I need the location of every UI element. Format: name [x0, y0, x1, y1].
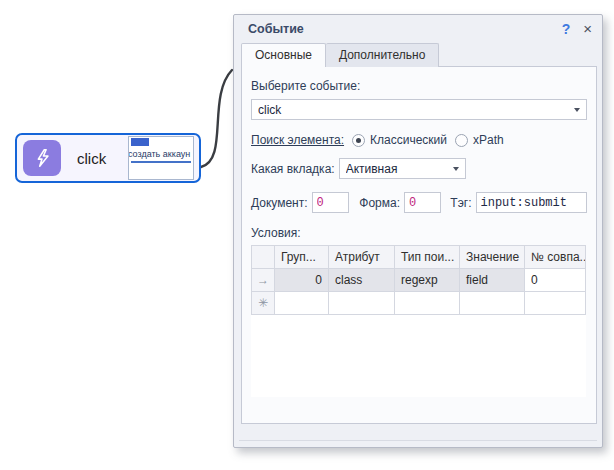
column-header-search-type[interactable]: Тип пои...: [395, 245, 460, 269]
event-node[interactable]: click создать аккаун: [15, 133, 201, 183]
cell-value[interactable]: field: [460, 269, 525, 292]
cell-match-number[interactable]: 0: [525, 269, 586, 292]
thumbnail-highlight-chip: [131, 138, 149, 146]
event-dialog: Событие ? × Основные Дополнительно Выбер…: [233, 14, 603, 448]
conditions-grid: Груп... Атрибут Тип пои... Значение № со…: [251, 245, 586, 397]
row-selector-current[interactable]: →: [251, 269, 275, 292]
chevron-down-icon: [574, 108, 580, 112]
tab-additional[interactable]: Дополнительно: [326, 43, 439, 67]
dialog-title: Событие: [248, 22, 549, 36]
radio-selected-icon: [352, 134, 365, 147]
radio-xpath[interactable]: xPath: [455, 133, 504, 147]
cell-attribute[interactable]: class: [329, 269, 395, 292]
row-selector-new[interactable]: ✳: [251, 292, 275, 315]
document-label: Документ:: [251, 196, 308, 210]
cell-search-type[interactable]: regexp: [395, 269, 460, 292]
cell-empty[interactable]: [275, 292, 329, 315]
which-tab-select[interactable]: Активная: [339, 158, 466, 179]
cell-group[interactable]: 0: [275, 269, 329, 292]
workflow-canvas: click создать аккаун Событие ? × Основны…: [0, 0, 614, 470]
radio-classic[interactable]: Классический: [352, 133, 447, 147]
cell-empty[interactable]: [395, 292, 460, 315]
tag-label: Тэг:: [450, 196, 471, 210]
event-select-value: click: [258, 103, 574, 117]
event-select[interactable]: click: [251, 99, 587, 120]
radio-xpath-label: xPath: [473, 133, 504, 147]
event-select-label: Выберите событие:: [251, 79, 587, 93]
tag-input[interactable]: [476, 192, 587, 213]
tab-content-panel: Выберите событие: click Поиск элемента: …: [241, 66, 597, 424]
element-search-label[interactable]: Поиск элемента:: [251, 133, 344, 147]
grid-corner-cell: [251, 245, 275, 269]
column-header-group[interactable]: Груп...: [275, 245, 329, 269]
conditions-label: Условия:: [251, 226, 587, 240]
thumbnail-underline: [131, 161, 191, 163]
node-label: click: [77, 150, 128, 167]
radio-unselected-icon: [455, 134, 468, 147]
cell-empty[interactable]: [329, 292, 395, 315]
dialog-titlebar: Событие ? ×: [234, 15, 602, 43]
which-tab-value: Активная: [346, 162, 453, 176]
column-header-value[interactable]: Значение: [460, 245, 525, 269]
radio-classic-label: Классический: [370, 133, 447, 147]
dialog-tabs: Основные Дополнительно: [241, 43, 439, 67]
chevron-down-icon: [453, 167, 459, 171]
cell-empty[interactable]: [525, 292, 586, 315]
document-input[interactable]: [312, 192, 349, 213]
lightning-icon: [23, 140, 61, 176]
close-icon[interactable]: ×: [583, 22, 592, 36]
tab-main[interactable]: Основные: [241, 43, 326, 67]
help-icon[interactable]: ?: [562, 22, 571, 36]
column-header-match-number[interactable]: № совпа...: [525, 245, 586, 269]
cell-empty[interactable]: [460, 292, 525, 315]
thumbnail-text: создать аккаун: [128, 149, 193, 159]
form-label: Форма:: [359, 196, 400, 210]
element-screenshot-thumbnail: создать аккаун: [128, 136, 194, 180]
which-tab-label: Какая вкладка:: [251, 162, 335, 176]
column-header-attribute[interactable]: Атрибут: [329, 245, 395, 269]
form-input[interactable]: [404, 192, 441, 213]
